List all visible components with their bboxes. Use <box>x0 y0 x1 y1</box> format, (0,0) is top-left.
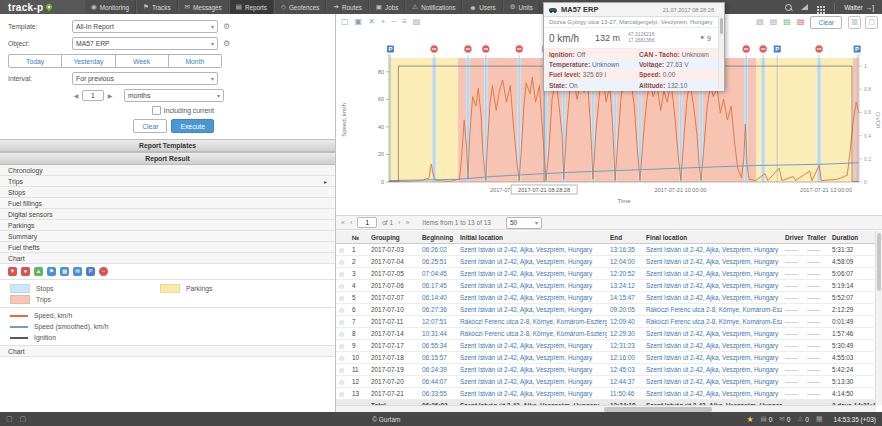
today-button[interactable]: Today <box>8 54 62 68</box>
next-page-button[interactable]: › <box>398 219 400 226</box>
column-header[interactable]: № <box>349 231 368 244</box>
export-pdf-icon[interactable]: ▤ <box>797 18 805 26</box>
first-page-button[interactable]: « <box>341 219 345 226</box>
table-row[interactable]: ◎42017-07-0606:17:45Szent István út 2-42… <box>336 280 876 292</box>
sidebar-item-digital-sensors[interactable]: Digital sensors <box>0 209 335 220</box>
row-detail-icon[interactable]: ◎ <box>336 352 349 364</box>
row-detail-icon[interactable]: ◎ <box>336 268 349 280</box>
stepper-decrement[interactable]: ◀ <box>72 90 80 101</box>
table-row[interactable]: ◎102017-07-1806:15:57Szent István út 2-4… <box>336 352 876 364</box>
stepper-increment[interactable]: ▶ <box>106 90 114 101</box>
events-toggle[interactable]: ⚑ <box>47 267 56 276</box>
export-excel-icon[interactable]: ▤ <box>783 18 791 26</box>
frame-icon[interactable]: ▤ <box>413 18 421 26</box>
nav-item-jobs[interactable]: ▣Jobs <box>369 0 405 14</box>
interval-select[interactable]: For previous <box>72 72 218 85</box>
messages-counter[interactable]: ▤0 <box>761 415 773 423</box>
row-detail-icon[interactable]: ◎ <box>336 376 349 388</box>
sidebar-item-summary[interactable]: Summary <box>0 231 335 242</box>
row-detail-icon[interactable]: ◎ <box>336 280 349 292</box>
column-header[interactable]: Driver <box>782 231 804 244</box>
logo[interactable]: track-p <box>0 0 84 14</box>
sidebar-item-fuel-fillings[interactable]: Fuel fillings <box>0 198 335 209</box>
nav-item-routes[interactable]: ➔Routes <box>326 0 368 14</box>
user-menu[interactable]: Walter →] <box>844 4 874 11</box>
parkings-toggle[interactable]: P <box>86 267 95 276</box>
row-detail-icon[interactable]: ◎ <box>336 292 349 304</box>
row-detail-icon[interactable]: ◎ <box>336 388 349 400</box>
week-button[interactable]: Week <box>116 54 169 68</box>
apps-grid-icon[interactable] <box>817 6 819 8</box>
measure-icon[interactable] <box>801 4 808 10</box>
month-button[interactable]: Month <box>169 54 222 68</box>
logout-icon[interactable]: →] <box>866 4 874 11</box>
table-row[interactable]: ◎52017-07-0706:14:40Szent István út 2-42… <box>336 292 876 304</box>
table-row[interactable]: ◎132017-07-2106:33:55Szent István út 2-4… <box>336 388 876 400</box>
row-detail-icon[interactable]: ◎ <box>336 256 349 268</box>
nav-item-units[interactable]: ⚙Units <box>503 0 540 14</box>
clear-button[interactable]: Clear <box>133 119 167 133</box>
sidebar-item-parkings[interactable]: Parkings <box>0 220 335 231</box>
sidebar-item-chronology[interactable]: Chronology <box>0 165 335 176</box>
sidebar-item-trips[interactable]: Trips▸ <box>0 176 335 187</box>
column-header[interactable]: Final location <box>643 231 782 244</box>
zoom-in-icon[interactable]: + <box>381 18 386 26</box>
zoom-out-window-icon[interactable]: ▣ <box>355 18 363 26</box>
column-header[interactable]: Trailer <box>804 231 829 244</box>
nav-item-reports[interactable]: ▤Reports <box>229 0 274 14</box>
page-number-input[interactable] <box>357 217 377 228</box>
zoom-out-icon[interactable]: − <box>392 18 397 26</box>
execute-button[interactable]: Execute <box>171 119 214 133</box>
column-header[interactable]: Grouping <box>368 231 419 244</box>
notifications-counter[interactable]: ✉0 <box>779 415 790 423</box>
table-row[interactable]: ◎22017-07-0406:25:51Szent István út 2-42… <box>336 256 876 268</box>
report-result-header[interactable]: Report Result <box>0 152 335 165</box>
nav-item-notifications[interactable]: ⚠Notifications <box>405 0 462 14</box>
column-header[interactable]: Duration <box>829 231 876 244</box>
expand-panel-icon[interactable]: ▢ <box>865 16 878 29</box>
table-vertical-scrollbar[interactable] <box>875 231 882 405</box>
row-detail-icon[interactable]: ◎ <box>336 304 349 316</box>
page-size-select[interactable]: 50 <box>506 217 542 229</box>
column-header[interactable] <box>336 231 349 244</box>
chart-clear-button[interactable]: Clear <box>810 16 842 29</box>
layout-grid-icon[interactable]: ▦ <box>816 415 823 423</box>
report-templates-header[interactable]: Report Templates <box>0 139 335 152</box>
row-detail-icon[interactable]: ◎ <box>336 364 349 376</box>
table-row[interactable]: ◎112017-07-1906:24:39Szent István út 2-4… <box>336 364 876 376</box>
statusbar-panel-icon[interactable]: ▢ <box>6 415 13 423</box>
fuel-fillings-toggle[interactable]: ▲ <box>34 267 43 276</box>
sidebar-item-chart-2[interactable]: Chart <box>0 345 335 357</box>
statusbar-doc-icon[interactable]: ▢ <box>20 415 27 423</box>
stops-toggle[interactable]: − <box>99 267 108 276</box>
nav-item-geofences[interactable]: ◇Geofences <box>274 0 326 14</box>
row-detail-icon[interactable]: ◎ <box>336 316 349 328</box>
table-row[interactable]: ◎32017-07-0507:04:45Szent István út 2-42… <box>336 268 876 280</box>
prev-page-button[interactable]: ‹ <box>350 219 352 226</box>
row-detail-icon[interactable]: ◎ <box>336 328 349 340</box>
sidebar-item-stops[interactable]: Stops <box>0 187 335 198</box>
table-row[interactable]: ◎92017-07-1706:55:34Szent István út 2-42… <box>336 340 876 352</box>
messages-toggle[interactable]: ✉ <box>73 267 82 276</box>
print-icon[interactable]: ▤ <box>756 18 764 26</box>
last-page-button[interactable]: » <box>405 219 409 226</box>
search-icon[interactable] <box>785 4 792 11</box>
alerts-counter[interactable]: ⚠0 <box>797 415 808 423</box>
legend-icon[interactable]: ≡ <box>402 18 407 26</box>
yesterday-button[interactable]: Yesterday <box>62 54 115 68</box>
column-header[interactable]: Initial location <box>457 231 607 244</box>
nav-item-monitoring[interactable]: ◉Monitoring <box>84 0 136 14</box>
reset-zoom-icon[interactable]: ✕ <box>368 18 375 26</box>
template-select[interactable]: All-In Report <box>72 20 218 33</box>
object-settings-icon[interactable]: ⚙ <box>223 40 230 48</box>
table-row[interactable]: ◎82017-07-1410:31:44Rákóczi Ferenc utca … <box>336 328 876 340</box>
interval-unit-select[interactable]: months <box>124 89 224 102</box>
fuel-thefts-toggle[interactable]: ▼ <box>8 267 17 276</box>
sidebar-item-fuel-thefts[interactable]: Fuel thefts <box>0 242 335 253</box>
column-header[interactable]: Beginning <box>419 231 457 244</box>
nav-item-messages[interactable]: ✉Messages <box>178 0 229 14</box>
table-row[interactable]: ◎12017-07-0306:26:02Szent István út 2-42… <box>336 244 876 256</box>
column-header[interactable]: End <box>607 231 643 244</box>
pin-panel-icon[interactable]: ▥ <box>848 16 861 29</box>
tooltip-scrollbar[interactable] <box>718 16 724 89</box>
